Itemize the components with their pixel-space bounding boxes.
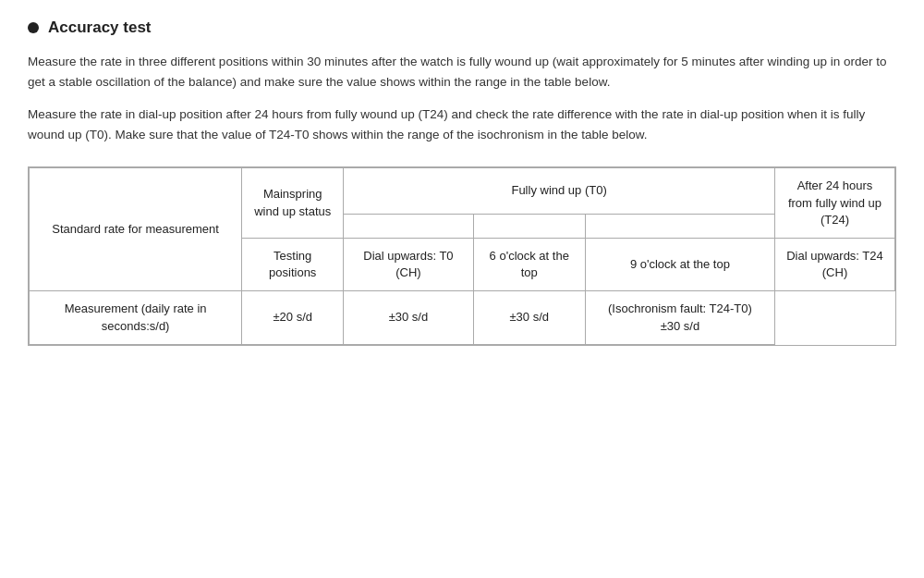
paragraph-2: Measure the rate in dial-up position aft… (28, 105, 896, 144)
bullet-icon (28, 22, 39, 33)
after24-header: After 24 hours from fully wind up (T24) (775, 168, 895, 239)
accuracy-table: Standard rate for measurement Mainspring… (28, 166, 896, 345)
sub-header-spacer1 (344, 214, 473, 238)
page-title: Accuracy test (48, 18, 152, 37)
table-row-measurement: Measurement (daily rate in seconds:s/d) … (30, 291, 895, 344)
measurement-t24: (Isochronism fault: T24-T0) ±30 s/d (585, 291, 774, 344)
dial-upwards-t24: Dial upwards: T24 (CH) (775, 238, 895, 290)
measurement-6oclock: ±30 s/d (344, 291, 473, 344)
measurement-t0-ch: ±20 s/d (242, 291, 344, 344)
paragraph-1: Measure the rate in three different posi… (28, 52, 896, 92)
nine-oclock: 9 o'clock at the top (585, 238, 774, 290)
section-header: Accuracy test (28, 18, 896, 37)
fully-windup-header: Fully wind up (T0) (344, 168, 775, 214)
standard-rate-cell: Standard rate for measurement (30, 168, 242, 291)
measurement-label: Measurement (daily rate in seconds:s/d) (30, 291, 242, 344)
sub-header-spacer2 (473, 214, 585, 238)
dial-upwards-t0: Dial upwards: T0 (CH) (344, 238, 473, 290)
sub-header-spacer3 (585, 214, 774, 238)
measurement-9oclock: ±30 s/d (473, 291, 585, 344)
six-oclock: 6 o'clock at the top (473, 238, 585, 290)
table-header-row-1: Standard rate for measurement Mainspring… (30, 168, 895, 214)
mainspring-header: Mainspring wind up status (242, 168, 344, 239)
testing-positions-label: Testing positions (242, 238, 344, 290)
